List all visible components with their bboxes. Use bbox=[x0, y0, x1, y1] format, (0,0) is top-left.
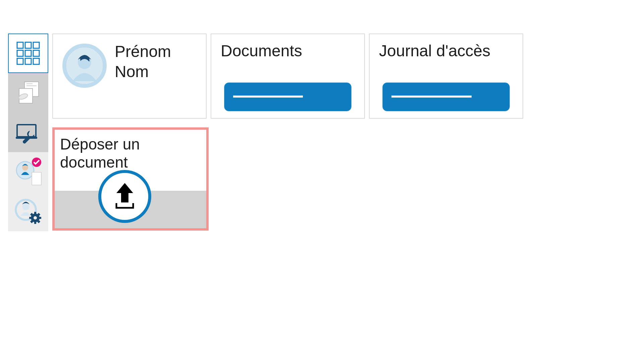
upload-icon bbox=[112, 181, 138, 212]
svg-rect-4 bbox=[25, 50, 31, 56]
svg-rect-16 bbox=[32, 172, 41, 185]
upload-document-title: Déposer un document bbox=[55, 130, 206, 171]
svg-rect-23 bbox=[34, 221, 36, 224]
svg-rect-24 bbox=[29, 217, 32, 219]
upload-button[interactable] bbox=[98, 170, 151, 223]
svg-rect-5 bbox=[33, 50, 39, 56]
sidebar-item-settings-device[interactable] bbox=[8, 113, 48, 152]
svg-rect-12 bbox=[17, 125, 36, 137]
patient-name-block: Prénom Nom bbox=[115, 42, 171, 111]
svg-point-21 bbox=[34, 216, 37, 220]
access-log-card-title: Journal d'accès bbox=[379, 42, 513, 60]
patient-firstname-label: Prénom bbox=[115, 42, 171, 62]
svg-rect-0 bbox=[17, 42, 23, 48]
patient-card[interactable]: Prénom Nom bbox=[52, 34, 207, 119]
documents-bar-icon bbox=[224, 82, 352, 111]
documents-card[interactable]: Documents bbox=[211, 34, 365, 119]
svg-rect-2 bbox=[33, 42, 39, 48]
content-area: Prénom Nom Documents Journal d'accès Dép… bbox=[52, 34, 636, 231]
sidebar-item-user-settings[interactable] bbox=[8, 192, 48, 231]
svg-rect-7 bbox=[25, 58, 31, 64]
patient-avatar-icon bbox=[62, 44, 107, 88]
svg-rect-22 bbox=[34, 212, 36, 215]
svg-rect-6 bbox=[17, 58, 23, 64]
svg-rect-25 bbox=[39, 217, 41, 219]
documents-card-title: Documents bbox=[221, 42, 355, 60]
svg-rect-8 bbox=[33, 58, 39, 64]
access-log-bar-icon bbox=[382, 82, 510, 111]
sidebar-item-apps[interactable] bbox=[8, 34, 48, 73]
laptop-wrench-icon bbox=[13, 117, 43, 148]
person-gear-icon bbox=[13, 196, 43, 227]
svg-point-19 bbox=[22, 203, 30, 210]
app-grid-icon bbox=[13, 38, 43, 69]
upload-document-card[interactable]: Déposer un document bbox=[52, 127, 209, 231]
access-log-card[interactable]: Journal d'accès bbox=[369, 34, 523, 119]
documents-pill-icon bbox=[13, 77, 43, 109]
person-check-icon bbox=[13, 156, 43, 188]
patient-lastname-label: Nom bbox=[115, 62, 171, 82]
sidebar-item-patient-consent[interactable] bbox=[8, 152, 48, 192]
svg-rect-3 bbox=[17, 50, 23, 56]
sidebar bbox=[8, 34, 48, 231]
sidebar-item-prescriptions[interactable] bbox=[8, 73, 48, 113]
svg-rect-1 bbox=[25, 42, 31, 48]
